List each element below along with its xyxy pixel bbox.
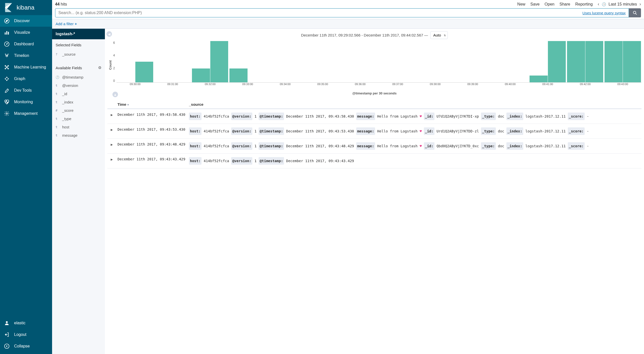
search-input[interactable] [58,11,582,15]
open-button[interactable]: Open [545,2,554,7]
nav-item-label: Logout [14,332,26,337]
x-tick: 09:36:00 [341,83,379,86]
histogram-bar[interactable] [192,68,210,82]
nav-item-monitoring[interactable]: Monitoring [0,96,52,108]
histogram-bar[interactable] [585,41,603,82]
x-tick: 09:38:00 [416,83,454,86]
nav-footer-user[interactable]: elastic [0,317,52,329]
bar-slot [229,41,266,82]
source-value: December 11th 2017, 09:43:43.429 [286,159,354,163]
index-pattern-selector[interactable]: logstash-* [52,29,105,39]
field-name: @version [62,83,78,88]
discover-icon [4,18,10,24]
interval-select[interactable]: Auto [430,31,448,39]
nav-item-discover[interactable]: Discover [0,15,52,27]
source-key: @timestamp: [259,157,284,165]
save-button[interactable]: Save [530,2,539,7]
source-value: logstash-2017.12.11 [525,129,566,133]
timelion-icon [4,53,10,58]
row-source: host: 414bf52fcfca @version: 1 @timestam… [189,113,641,120]
user-icon [4,320,10,326]
field-item[interactable]: #_score [56,106,101,115]
nav-footer-collapse[interactable]: Collapse [0,340,52,352]
table-row: ▶December 11th 2017, 09:43:43.429host: 4… [107,154,641,168]
source-key: host: [189,142,202,150]
field-item[interactable]: ?_source [56,50,101,58]
nav-item-graph[interactable]: Graph [0,73,52,85]
time-next-button[interactable]: › [639,2,641,7]
histogram-bar[interactable] [623,41,641,82]
source-value: - [587,144,589,148]
field-type-icon: t [56,92,60,96]
y-axis-label: Count [107,41,113,89]
source-value: December 11th 2017, 09:43:48.429 [286,144,354,148]
field-item[interactable]: tmessage [56,131,101,139]
column-header-time[interactable]: Time▼ [116,102,189,107]
row-time: December 11th 2017, 09:43:48.429 [116,142,189,150]
field-item[interactable]: t_id [56,90,101,98]
field-item[interactable]: t_type [56,115,101,123]
table-row: ▶December 11th 2017, 09:43:58.430host: 4… [107,109,641,124]
new-button[interactable]: New [517,2,525,7]
svg-point-8 [7,44,7,45]
nav-item-dashboard[interactable]: Dashboard [0,38,52,50]
source-value: December 11th 2017, 09:43:58.430 [286,114,354,118]
expand-row-button[interactable]: ▶ [107,113,116,120]
field-name: _score [62,108,73,113]
histogram-bar[interactable] [210,41,228,82]
field-type-icon: t [56,84,60,87]
histogram-bar[interactable] [530,76,548,82]
nav-item-devtools[interactable]: Dev Tools [0,85,52,96]
source-key: _id: [424,142,434,150]
row-time: December 11th 2017, 09:43:53.430 [116,127,189,135]
search-button[interactable] [629,8,641,17]
expand-chart-button[interactable]: ▲ [112,92,118,97]
source-value: logstash-2017.12.11 [525,114,566,118]
nav-item-label: Visualize [14,30,30,35]
nav-item-timelion[interactable]: Timelion [0,50,52,61]
nav-item-label: Timelion [14,53,29,58]
histogram-bar[interactable] [229,68,248,82]
available-fields-header: Available Fields [56,66,82,70]
gear-icon[interactable]: ⚙ [98,65,101,70]
expand-row-button[interactable]: ▶ [107,157,116,165]
lucene-syntax-link[interactable]: Uses lucene query syntax [582,11,626,15]
expand-row-button[interactable]: ▶ [107,142,116,150]
x-tick: 09:37:00 [379,83,416,86]
clock-icon: 🕒 [602,2,606,6]
nav-item-management[interactable]: Management [0,108,52,119]
collapse-sidebar-button[interactable]: ◀ [106,31,112,37]
field-item[interactable]: 🕐@timestamp [56,73,101,81]
field-item[interactable]: t_index [56,98,101,106]
topbar: 44 hits NewSaveOpenShareReporting ‹ 🕒 La… [52,0,644,19]
time-range-button[interactable]: Last 15 minutes [609,2,637,7]
field-name: @timestamp [62,75,83,79]
plus-icon: + [75,22,77,26]
histogram-bar[interactable] [135,62,153,82]
source-value: 414bf52fcfca [204,129,229,133]
bar-slot [416,41,454,82]
row-source: host: 414bf52fcfca @version: 1 @timestam… [189,127,641,135]
field-item[interactable]: t@version [56,81,101,90]
nav-footer-logout[interactable]: Logout [0,329,52,340]
share-button[interactable]: Share [559,2,570,7]
field-name: host [62,125,69,129]
expand-row-button[interactable]: ▶ [107,127,116,135]
reporting-button[interactable]: Reporting [575,2,593,7]
nav-item-ml[interactable]: Machine Learning [0,61,52,73]
bar-slot [379,41,416,82]
histogram-bar[interactable] [548,41,566,82]
heart-icon: ♥ [420,114,422,118]
bar-slot [116,41,154,82]
y-tick: 2 [113,66,115,70]
histogram-bar[interactable] [605,41,623,82]
field-item[interactable]: thost [56,123,101,131]
histogram-bar[interactable] [567,41,585,82]
kibana-logo[interactable]: kibana [0,0,52,15]
field-type-icon: 🕐 [56,76,60,79]
add-filter-button[interactable]: Add a filter + [56,22,77,26]
nav-item-visualize[interactable]: Visualize [0,27,52,38]
column-header-source[interactable]: _source [189,102,641,107]
time-prev-button[interactable]: ‹ [598,2,599,7]
chart-time-range: December 11th 2017, 09:29:02.566 - Decem… [301,33,428,37]
